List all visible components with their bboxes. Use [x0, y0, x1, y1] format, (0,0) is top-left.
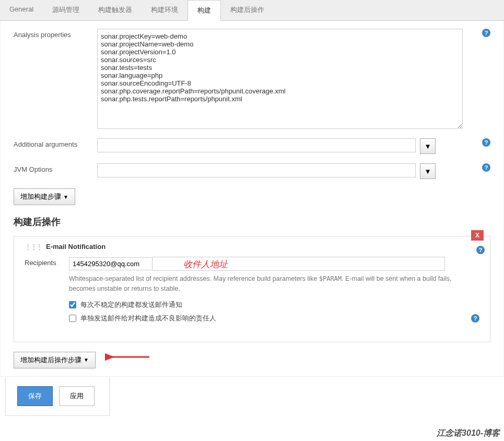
panel-title: E-mail Notification: [46, 243, 106, 251]
advanced-dropdown-button[interactable]: ▼: [420, 163, 436, 179]
arrow-annotation-icon: [105, 351, 152, 366]
chevron-down-icon: ▼: [424, 142, 431, 150]
chevron-down-icon: ▼: [424, 168, 431, 175]
annotation-recipients: 收件人地址: [183, 258, 228, 270]
chevron-down-icon: ▼: [84, 357, 89, 363]
recipients-label: Recipients: [25, 257, 69, 267]
tab-构建后操作[interactable]: 构建后操作: [221, 0, 274, 20]
additional-arguments-input[interactable]: [97, 138, 416, 152]
add-post-build-step-label: 增加构建后操作步骤: [20, 355, 81, 365]
advanced-dropdown-button[interactable]: ▼: [420, 138, 436, 154]
tab-构建环境[interactable]: 构建环境: [142, 0, 187, 20]
help-icon[interactable]: ?: [471, 314, 479, 323]
save-button[interactable]: 保存: [17, 386, 53, 406]
recipients-input[interactable]: [69, 257, 153, 270]
footer-actions: 保存 应用: [5, 377, 110, 416]
analysis-properties-textarea[interactable]: [97, 29, 463, 129]
config-content: Analysis properties ? Additional argumen…: [0, 21, 504, 377]
email-notification-panel: X ? ⋮⋮⋮ E-mail Notification Recipients W…: [14, 236, 490, 342]
tab-General[interactable]: General: [0, 0, 43, 20]
culprits-label: 单独发送邮件给对构建造成不良影响的责任人: [80, 314, 216, 323]
add-build-step-label: 增加构建步骤: [20, 192, 61, 201]
drag-grip-icon[interactable]: ⋮⋮⋮: [25, 243, 42, 251]
tab-构建[interactable]: 构建: [187, 0, 221, 21]
post-build-section-title: 构建后操作: [14, 216, 490, 228]
chevron-down-icon: ▼: [63, 194, 68, 200]
help-icon[interactable]: ?: [476, 246, 485, 254]
unstable-build-label: 每次不稳定的构建都发送邮件通知: [80, 300, 182, 309]
apply-button[interactable]: 应用: [59, 386, 95, 406]
culprits-checkbox[interactable]: [69, 315, 76, 322]
recipients-hint: Whitespace-separated list of recipient a…: [69, 274, 479, 294]
add-post-build-step-button[interactable]: 增加构建后操作步骤 ▼: [14, 352, 96, 368]
analysis-properties-label: Analysis properties: [14, 29, 97, 39]
jvm-options-input[interactable]: [97, 163, 416, 177]
close-icon[interactable]: X: [471, 230, 484, 241]
additional-arguments-label: Additional arguments: [14, 138, 97, 148]
help-icon[interactable]: ?: [482, 29, 490, 37]
unstable-build-checkbox[interactable]: [69, 301, 76, 308]
help-icon[interactable]: ?: [482, 163, 490, 172]
jvm-options-label: JVM Options: [14, 163, 97, 173]
help-icon[interactable]: ?: [482, 138, 490, 147]
tab-源码管理[interactable]: 源码管理: [43, 0, 89, 20]
add-build-step-button[interactable]: 增加构建步骤 ▼: [14, 188, 75, 205]
tab-构建触发器[interactable]: 构建触发器: [89, 0, 142, 20]
config-tabs: General源码管理构建触发器构建环境构建构建后操作: [0, 0, 504, 21]
